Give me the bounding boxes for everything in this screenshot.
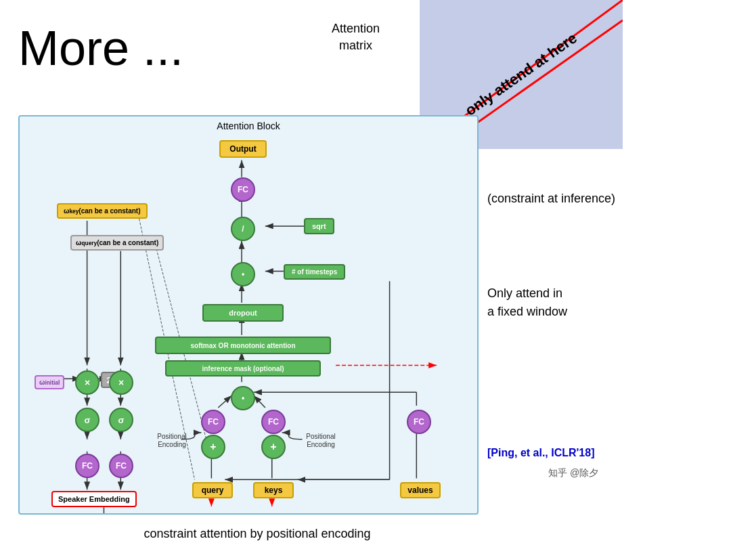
sigma2-node: σ — [109, 408, 133, 432]
block-label: Attention Block — [217, 121, 280, 131]
query-node: query — [192, 482, 233, 498]
values-node: values — [400, 482, 441, 498]
omega-query-node: ωquery (can be a constant) — [70, 235, 164, 251]
svg-line-13 — [254, 395, 265, 408]
fc-k-node: FC — [261, 410, 286, 434]
output-node: Output — [219, 140, 267, 158]
omega-initial-node: ωinitial — [35, 375, 64, 389]
inference-mask-node: inference mask (optional) — [165, 360, 321, 376]
fc-q-node: FC — [201, 410, 225, 434]
svg-line-12 — [218, 395, 231, 408]
page-title: More ... — [18, 20, 183, 76]
citation-label: [Ping, et al., ICLR'18] — [487, 447, 595, 459]
fc-left2-node: FC — [109, 454, 133, 478]
constraint-at-inference-label: (constraint at inference) — [487, 190, 615, 208]
plus-q-node: + — [201, 435, 225, 459]
plus-k-node: + — [261, 435, 286, 459]
attention-matrix-label: Attentionmatrix — [332, 20, 380, 54]
softmax-node: softmax OR monotonic attention — [155, 337, 331, 354]
dropout-node: dropout — [202, 304, 284, 322]
bottom-constraint-label: constraint attention by positional encod… — [68, 527, 447, 541]
pos-enc-k-label: PositionalEncoding — [297, 433, 345, 449]
pos-enc-q-label: PositionalEncoding — [148, 433, 196, 449]
watermark-label: 知乎 @除夕 — [548, 467, 598, 479]
times2-node: × — [109, 370, 133, 395]
fc-v-node: FC — [407, 410, 431, 434]
dot2-node: • — [231, 386, 255, 410]
only-attend-window-label: Only attend ina fixed window — [487, 284, 567, 321]
fc-top-node: FC — [231, 177, 255, 202]
keys-node: keys — [253, 482, 294, 498]
speaker-embedding-node: Speaker Embedding — [51, 491, 137, 507]
sigma1-node: σ — [75, 408, 99, 432]
num-timesteps-node: # of timesteps — [284, 264, 345, 280]
omega-key-node: ωkey (can be a constant) — [57, 203, 148, 219]
sqrt-node: sqrt — [304, 218, 334, 234]
divide-node: / — [231, 217, 255, 241]
times1-node: × — [75, 370, 99, 395]
dot1-node: • — [231, 262, 255, 286]
attention-block-diagram: Attention Block — [18, 115, 479, 515]
fc-left1-node: FC — [75, 454, 99, 478]
